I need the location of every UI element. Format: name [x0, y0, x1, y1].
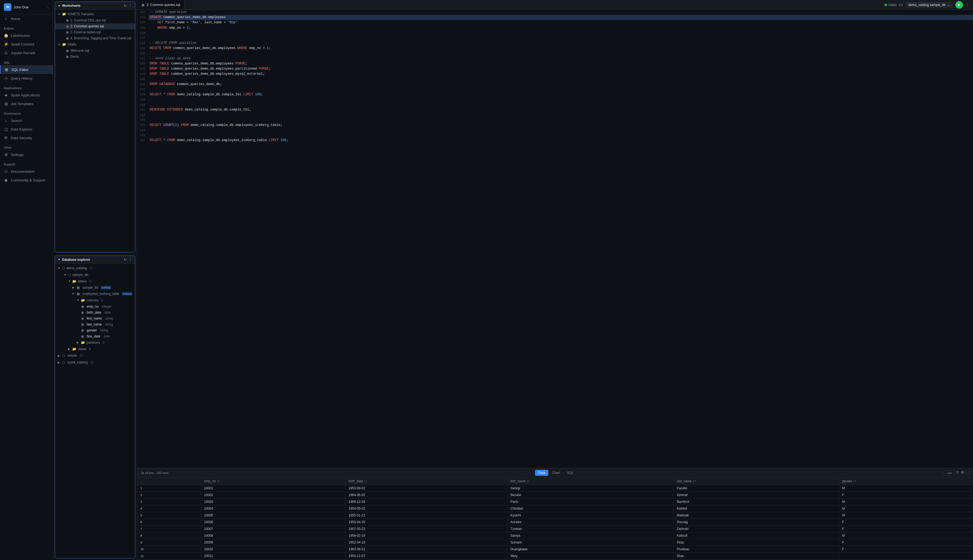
section-governance: Governance	[0, 108, 53, 116]
table-cell: 1957-05-23	[345, 526, 507, 532]
refresh-icon[interactable]: ↻	[124, 3, 127, 8]
column-last-name[interactable]: ▣ last_name string	[55, 322, 135, 327]
column-name: last_name	[87, 323, 102, 326]
table-row: 8100081958-02-19SaniyaKalloufiM	[137, 532, 973, 539]
column-hire-date[interactable]: ▣ hire_date date	[55, 333, 135, 339]
more-options-icon[interactable]: ⋮	[966, 3, 969, 7]
run-button[interactable]: ▶	[955, 1, 963, 9]
results-table-wrap[interactable]: emp_no ↕↑ birth_date ↕↑ first_name ↕↑ la…	[137, 478, 973, 560]
catalog-icon: ⬡	[62, 354, 65, 357]
column-birth-date[interactable]: ▣ birth_date date	[55, 310, 135, 315]
editor-tab[interactable]: ▣ 2. Common queries.sql	[137, 0, 185, 10]
col-birth-date[interactable]: birth_date ↕↑	[345, 478, 507, 485]
sidebar-item-lakehouses[interactable]: 🏠 Lakehouses	[0, 31, 53, 40]
catalog-demo-catalog[interactable]: ▼ ⬡ demo_catalog ⓘ	[55, 265, 135, 272]
file-demo[interactable]: ▣ Demo	[55, 53, 135, 60]
table-cell: Maliniak	[674, 512, 839, 519]
sidebar-item-jupyter-kernels[interactable]: ◎ Jupyter Kernels	[0, 48, 53, 57]
table-cell: Mary	[507, 553, 674, 560]
row-number: 4	[137, 505, 201, 512]
sidebar-item-community-support[interactable]: ◉ Community & Support	[0, 176, 53, 184]
csv-export-button[interactable]: ↓ csv	[943, 470, 954, 475]
sidebar-item-spark-connect[interactable]: ⚡ Spark Connect	[0, 40, 53, 48]
layout-icon-2[interactable]: ⊞	[961, 470, 964, 475]
sidebar-item-spark-applications[interactable]: ◈ Spark Applications	[0, 91, 53, 99]
sidebar-item-label: Community & Support	[11, 178, 45, 182]
code-line: 142 DROP TABLE common_queries_demo_db.em…	[137, 61, 973, 66]
count-badge: 2	[89, 280, 91, 283]
file-4-branching[interactable]: ▣ 4. Branching, Tagging and Time-Travel.…	[55, 35, 135, 41]
catalog-icon: ⬡	[62, 266, 65, 270]
more-icon[interactable]: ⋮	[129, 3, 132, 8]
iceberg-badge: iceberg	[122, 292, 132, 295]
code-line: 135 WHERE emp_no = 1;	[137, 25, 973, 31]
tab-chart[interactable]: Chart	[549, 470, 563, 476]
catalog-icon: ⬡	[62, 360, 65, 364]
folder-tables[interactable]: ▼ 📂 tables 2	[55, 278, 135, 285]
code-editor[interactable]: 132 -- UPDATE operation 133 UPDATE commo…	[137, 10, 973, 468]
sidebar-item-search[interactable]: ⌕ Search	[0, 116, 53, 125]
col-first-name[interactable]: first_name ↕↑	[507, 478, 674, 485]
code-line: 148 SELECT * FROM demo_catalog.sample_db…	[137, 92, 973, 97]
expand-icon[interactable]: ⛶	[966, 470, 969, 475]
sidebar-item-home[interactable]: ⌂ Home	[0, 14, 53, 23]
col-emp-no[interactable]: emp_no ↕↑	[201, 478, 345, 485]
info-icon[interactable]: ⓘ	[80, 354, 83, 358]
table-cell: 1955-01-21	[345, 512, 507, 519]
column-emp-no[interactable]: ▣ emp_no integer	[55, 303, 135, 310]
layout-icon-1[interactable]: ⊡	[956, 470, 959, 475]
section-support: Support	[0, 159, 53, 167]
table-sample-tbl[interactable]: ▶ ▦ sample_tbl iceberg	[55, 285, 135, 290]
folder-columns[interactable]: ▼ 📂 columns 6	[55, 297, 135, 303]
code-line: 137	[137, 35, 973, 41]
refresh-icon[interactable]: ↻	[124, 258, 127, 262]
file-1-common-ddl[interactable]: ▣ 1. Common DDL ops.sql	[55, 17, 135, 23]
sidebar-item-settings[interactable]: ⚙ Settings	[0, 150, 53, 159]
sidebar-item-documentation[interactable]: ◻ Documentation	[0, 167, 53, 176]
table-icon: ▦	[77, 292, 80, 296]
code-line: 134 SET first_name = 'Max', last_name = …	[137, 20, 973, 25]
tab-sql[interactable]: SQL	[564, 470, 577, 476]
folder-icon: 📂	[81, 341, 85, 345]
panels-area: ▼ Worksheets ↻ ⋮ ▼ 📁 IOMETE Samples ▣	[53, 0, 137, 560]
status-label: iolake	[888, 3, 897, 7]
database-selector[interactable]: demo_catalog.sample_db ⌄	[906, 2, 953, 8]
column-first-name[interactable]: ▣ first_name string	[55, 315, 135, 322]
row-number: 6	[137, 519, 201, 526]
sidebar-item-sql-editor[interactable]: ⊞ SQL Editor	[0, 65, 53, 74]
column-gender[interactable]: ▣ gender string	[55, 327, 135, 333]
database-sample-db[interactable]: ▼ ⬡ sample_db	[55, 272, 135, 278]
folder-views[interactable]: ▶ 📂 views 0	[55, 346, 135, 352]
table-cell: M	[839, 485, 973, 492]
file-2-common-queries[interactable]: ▣ 2. Common queries.sql	[55, 23, 135, 29]
table-cell: Parto	[507, 498, 674, 505]
table-cell: Bamford	[674, 498, 839, 505]
info-icon[interactable]: ⓘ	[90, 360, 94, 365]
tab-data[interactable]: Data	[535, 470, 548, 476]
table-cell: 1963-06-01	[345, 546, 507, 553]
sidebar-item-data-security[interactable]: ⛨ Data Security	[0, 133, 53, 142]
col-gender[interactable]: gender ↕↑	[839, 478, 973, 485]
folder-partitions[interactable]: ▶ 📂 partitions 0	[55, 339, 135, 346]
folder-iomete-samples[interactable]: ▼ 📁 IOMETE Samples	[55, 11, 135, 17]
sidebar-item-query-history[interactable]: ◷ Query History	[0, 74, 53, 83]
job-templates-icon: ▤	[4, 102, 8, 106]
settings-icon: ⚙	[4, 152, 8, 157]
more-icon[interactable]: ⋮	[129, 258, 132, 262]
count-badge: 0	[103, 341, 104, 344]
info-icon[interactable]: ⓘ	[89, 266, 92, 270]
catalog-spark-catalog[interactable]: ▶ ⬡ spark_catalog ⓘ	[55, 359, 135, 366]
user-profile[interactable]: JD John Doe ⌄	[0, 0, 53, 14]
table-cell: M	[839, 532, 973, 539]
folder-drafts[interactable]: ▼ 📁 Drafts	[55, 41, 135, 48]
col-last-name[interactable]: last_name ↕↑	[674, 478, 839, 485]
table-employees-iceberg[interactable]: ▼ ▦ employees_iceberg_table iceberg	[55, 290, 135, 297]
column-icon: ▣	[81, 317, 84, 320]
file-3-external-tables[interactable]: ▣ 3. External tables.sql	[55, 29, 135, 35]
sidebar-item-job-templates[interactable]: ▤ Job Templates	[0, 99, 53, 108]
sidebar-item-data-explorer[interactable]: ◫ Data Explorer	[0, 125, 53, 133]
catalog-nessie[interactable]: ▶ ⬡ nessie ⓘ	[55, 352, 135, 359]
file-welcome[interactable]: ▣ Welcome.sql	[55, 48, 135, 53]
table-cell: Facello	[674, 485, 839, 492]
code-line: 154 SELECT COUNT(1) FROM demo_catalog.sa…	[137, 123, 973, 128]
